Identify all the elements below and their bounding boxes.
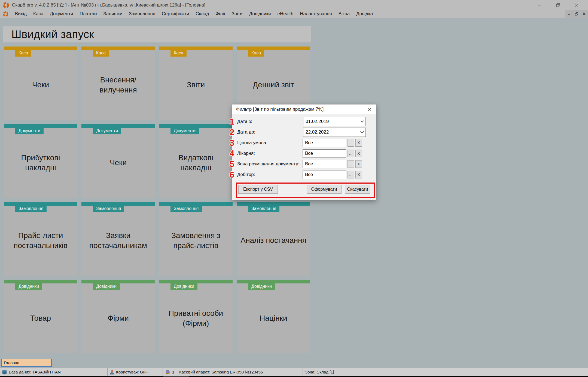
debtor-label: Дебітор: [237,172,255,177]
menu-item-vykhid[interactable]: Вихід [12,10,30,17]
menu-bar: Вихід Каса Документи Платежі Залишки Зам… [0,10,588,18]
taskbar-edge-segment [163,376,189,377]
tile-dov-natsinky[interactable]: Довідники Націнки [237,280,310,353]
text-caret [329,119,329,124]
title-bar: Скарб pro v. 4.0.2.85 [ІД: ] - [Апт №003… [0,0,588,10]
hospital-clear-button[interactable]: X [355,150,362,157]
menu-item-ehealth[interactable]: eHealth [274,10,297,17]
date-from-input[interactable]: 01.02.2019 [303,117,366,126]
date-to-input[interactable]: 22.02.2022 [303,128,366,137]
tile-dov-firmy[interactable]: Довідники Фірми [81,280,155,353]
tile-kasa-zvity[interactable]: Каса Звіти [159,47,233,120]
status-database: База даних: TASA3@TITAN [0,368,108,376]
tile-category-bar [159,202,233,206]
close-icon[interactable] [574,2,579,8]
menu-item-zvity[interactable]: Звіти [228,10,246,17]
document-zone-browse-button[interactable]: … [348,160,354,168]
menu-item-sertyfikaty[interactable]: Сертифікати [159,10,192,17]
tile-zam-zaiavky[interactable]: Замовлення Заявки постачальникам [81,202,155,276]
tile-zam-analiz[interactable]: Замовлення Аналіз постачання [237,202,310,276]
taskbar-edge [0,376,588,377]
tile-zam-z-prais-lystiv[interactable]: Замовлення Замовлення з прайс-листів [159,202,233,276]
dialog-title: Фильтр [Звіт по пільговим продажам 7%] [236,107,324,112]
tab-strip: Головна [0,359,588,368]
tile-label: Фірми [81,283,155,353]
date-from-label: Дата з: [237,119,252,124]
dialog-close-icon[interactable] [366,106,373,113]
cancel-button[interactable]: Скасувати [345,185,370,194]
chevron-down-icon[interactable] [360,119,364,123]
menu-item-sklad[interactable]: Склад [192,10,212,17]
app-logo-icon [3,2,9,8]
dialog-title-bar[interactable]: Фильтр [Звіт по пільговим продажам 7%] [232,104,376,114]
tile-category-bar [81,124,155,128]
annotation-number-6: 6 [230,171,234,179]
tile-category-bar [159,124,233,128]
tile-dov-tovar[interactable]: Довідники Товар [4,280,77,353]
export-csv-button[interactable]: Експорт у CSV [238,185,278,194]
document-zone-clear-button[interactable]: X [355,160,362,168]
menu-item-dovidnyky[interactable]: Довідники [246,10,274,17]
mdi-minimize-icon[interactable] [565,10,573,18]
hospital-input[interactable]: Все [303,149,346,158]
price-condition-input[interactable]: Все [303,139,346,147]
quick-launch-header: Швидкий запуск [3,26,311,42]
tile-doc-prybutkovi[interactable]: Документи Прибуткові накладні [4,124,77,198]
tile-label: Чеки [81,128,155,198]
price-condition-clear-button[interactable]: X [355,139,362,147]
tile-zam-prais-lysty[interactable]: Замовлення Прайс-листи постачальників [4,202,77,276]
tile-label: Приватні особи (Фірми) [159,283,233,353]
tile-kasa-cheky[interactable]: Каса Чеки [4,47,77,120]
menu-item-kasa[interactable]: Каса [30,10,47,17]
document-zone-input[interactable]: Все [303,160,346,168]
tile-kasa-vnesennia[interactable]: Каса Внесення/вилучення [81,47,155,120]
generate-button[interactable]: Сформувати [307,185,342,194]
cash-device-icon [165,370,170,374]
app-window: Скарб pro v. 4.0.2.85 [ІД: ] - [Апт №003… [0,0,588,377]
tile-category-bar [159,280,233,283]
menu-item-zalyshky[interactable]: Залишки [100,10,126,17]
tile-label: Прибуткові накладні [4,128,77,198]
debtor-input[interactable]: Все [303,171,346,179]
mdi-close-icon[interactable] [580,10,588,18]
mdi-restore-icon[interactable] [573,10,580,18]
status-user: Користувач: GIFT [108,368,163,376]
annotation-number-2: 2 [230,128,234,137]
debtor-clear-button[interactable]: X [355,171,362,178]
tile-dov-pryvatni[interactable]: Довідники Приватні особи (Фірми) [159,280,233,353]
tile-label: Прайс-листи постачальників [4,206,77,276]
price-condition-browse-button[interactable]: … [348,139,354,147]
menu-item-filii[interactable]: Філії [212,10,228,17]
tile-doc-vydatkovi[interactable]: Документи Видаткові накладні [159,124,233,198]
tab-holovna[interactable]: Головна [1,359,52,367]
window-title: Скарб pro v. 4.0.2.85 [ІД: ] - [Апт №003… [12,2,205,8]
tile-label: Націнки [237,283,310,353]
app-logo-icon-small [3,11,8,17]
tile-category-bar [4,280,77,283]
status-zone: Зона: Склад [1] [303,368,588,376]
menu-item-vikna[interactable]: Вікна [335,10,353,17]
quick-launch-grid: Каса Чеки Каса Внесення/вилучення Каса З… [4,47,310,353]
menu-item-platezhi[interactable]: Платежі [76,10,100,17]
tile-category-bar [4,47,77,50]
status-cash-register: Касовий апарат: Samsung ER-350 №123456 [177,368,303,376]
hospital-browse-button[interactable]: … [348,150,354,157]
field-row-date-from: 1 Дата з: 01.02.2019 [232,117,376,126]
menu-item-nalashtuvannia[interactable]: Налаштування [297,10,335,17]
status-device-count: 1 [163,368,177,376]
restore-icon[interactable] [555,2,561,8]
tile-category-bar [237,47,310,50]
tile-label: Внесення/вилучення [81,50,155,120]
minimize-icon[interactable] [537,2,542,8]
tile-category-bar [4,202,77,206]
tile-category-bar [237,202,310,206]
menu-item-dokumenty[interactable]: Документи [47,10,76,17]
tile-doc-cheky[interactable]: Документи Чеки [81,124,155,198]
status-bar: База даних: TASA3@TITAN Користувач: GIFT… [0,368,588,376]
menu-item-dovidka[interactable]: Довідка [353,10,376,17]
tile-label: Замовлення з прайс-листів [159,206,233,276]
debtor-browse-button[interactable]: … [348,171,354,178]
dialog-button-row: Експорт у CSV Сформувати Скасувати [232,179,376,200]
menu-item-zamovlennia[interactable]: Замовлення [126,10,159,17]
chevron-down-icon[interactable] [360,130,364,133]
